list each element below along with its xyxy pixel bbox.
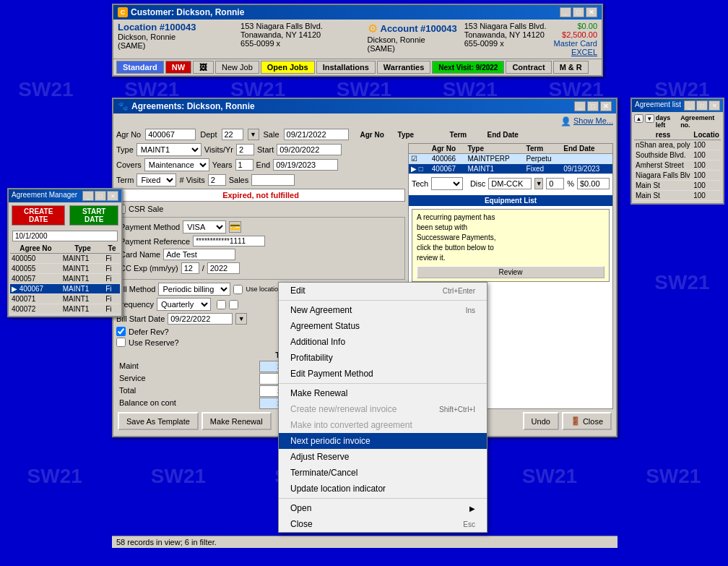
end-input[interactable] <box>273 159 338 171</box>
dept-dropdown[interactable]: ▼ <box>248 129 259 140</box>
bill-method-select[interactable]: Periodic billing <box>158 283 230 296</box>
disc-amt-input[interactable] <box>577 178 610 189</box>
detail-down[interactable]: ▼ <box>645 114 654 123</box>
mini-table-row[interactable]: 400071 MAINT1 Fi <box>10 294 120 304</box>
freq-check2[interactable] <box>229 300 238 309</box>
payment-method-select[interactable]: VISA <box>183 220 226 233</box>
context-profitability[interactable]: Profitability <box>279 350 487 366</box>
mini-table-row[interactable]: 400050 MAINT1 Fi <box>10 254 120 264</box>
context-next-periodic[interactable]: Next periodic invoice <box>279 433 487 449</box>
sale-input[interactable] <box>284 129 349 140</box>
payment-ref-input[interactable] <box>193 236 265 246</box>
detail-row[interactable]: Niagara Falls Blv100 <box>634 171 721 181</box>
covers-select[interactable]: Maintenance <box>144 158 209 171</box>
agr-mgr-close[interactable]: ✕ <box>107 191 118 201</box>
context-edit-payment[interactable]: Edit Payment Method <box>279 366 487 382</box>
create-date-button[interactable]: CREATE DATE <box>12 205 65 226</box>
payment-icon-button[interactable]: 💳 <box>229 221 241 233</box>
agr-table-row[interactable]: ☑ 400066 MAINTPERP Perpetu <box>409 154 612 164</box>
agr-term-400066: Perpetu <box>524 154 562 164</box>
context-open[interactable]: Open ▶ <box>279 500 487 516</box>
context-new-agreement[interactable]: New Agreement Ins <box>279 302 487 318</box>
right-agr-no-header: Agr No <box>360 131 396 139</box>
term-select[interactable]: Fixed <box>136 173 176 186</box>
cc-exp-year[interactable] <box>207 262 240 274</box>
mini-table-row[interactable]: 400072 MAINT1 Fi <box>10 304 120 314</box>
dept-input[interactable] <box>222 129 243 140</box>
type-select[interactable]: MAINT1 <box>136 143 202 156</box>
agr-table-row[interactable]: ▶ □ 400067 MAINT1 Fixed 09/19/2023 <box>409 164 612 174</box>
standard-button[interactable]: Standard <box>116 61 164 74</box>
contract-button[interactable]: Contract <box>506 61 551 74</box>
defer-rev-check[interactable] <box>116 327 126 336</box>
warranties-button[interactable]: Warranties <box>377 61 430 74</box>
agreements-titlebar: 🐾 Agreements: Dickson, Ronnie _ □ ✕ <box>113 99 616 113</box>
context-close[interactable]: Close Esc <box>279 516 487 532</box>
agr-mgr-minimize[interactable]: _ <box>82 191 94 201</box>
save-template-button[interactable]: Save As Template <box>118 412 199 430</box>
bill-start-dropdown[interactable]: ▼ <box>235 313 247 325</box>
recurring-review-button[interactable]: Review <box>417 266 604 278</box>
nw-button[interactable]: NW <box>165 61 191 74</box>
cc-exp-month[interactable] <box>181 262 199 274</box>
context-adjust-reserve[interactable]: Adjust Reserve <box>279 449 487 465</box>
detail-close[interactable]: ✕ <box>708 100 720 111</box>
agr-minimize-button[interactable]: _ <box>574 101 586 111</box>
mini-table-row[interactable]: 400057 MAINT1 Fi <box>10 274 120 284</box>
detail-row[interactable]: nShan area, poly100 <box>634 140 721 150</box>
start-date-button[interactable]: START DATE <box>69 205 118 226</box>
visits-yr-input[interactable] <box>236 144 254 155</box>
agr-manager-body: CREATE DATE START DATE Agree No Type Te … <box>9 202 121 316</box>
frequency-select[interactable]: Quarterly <box>157 298 211 311</box>
installations-button[interactable]: Installations <box>316 61 376 74</box>
detail-up[interactable]: ▲ <box>634 114 644 123</box>
mini-table-row[interactable]: 400055 MAINT1 Fi <box>10 264 120 274</box>
context-make-renewal[interactable]: Make Renewal <box>279 385 487 401</box>
context-update-location[interactable]: Update location indicator <box>279 481 487 497</box>
context-agreement-status[interactable]: Agreement Status <box>279 318 487 334</box>
visits-input[interactable] <box>208 174 226 186</box>
close-button[interactable]: ✕ <box>586 7 597 17</box>
close-agr-button[interactable]: 🚪 Close <box>562 412 612 430</box>
make-renewal-button[interactable]: Make Renewal <box>202 412 272 430</box>
minimize-button[interactable]: _ <box>560 7 571 17</box>
new-job-button[interactable]: New Job <box>215 61 259 74</box>
bill-method-check[interactable] <box>233 285 243 294</box>
detail-row[interactable]: Southside Blvd.100 <box>634 150 721 160</box>
open-jobs-button[interactable]: Open Jobs <box>261 61 315 74</box>
filter-date-input[interactable] <box>12 231 118 241</box>
use-reserve-check[interactable] <box>116 338 126 347</box>
bill-start-input[interactable] <box>168 313 233 325</box>
freq-check1[interactable] <box>217 300 226 309</box>
disc-pct-input[interactable] <box>546 178 564 189</box>
detail-row[interactable]: Amherst Street100 <box>634 160 721 171</box>
detail-row[interactable]: Main St100 <box>634 181 721 191</box>
context-edit[interactable]: Edit Ctrl+Enter <box>279 283 487 299</box>
agr-no-input[interactable] <box>145 129 196 140</box>
excel-link[interactable]: EXCEL <box>553 48 597 56</box>
right-type-header: Type <box>398 131 448 139</box>
start-input[interactable] <box>277 144 342 155</box>
detail-row[interactable]: Main St100 <box>634 191 721 201</box>
disc-input[interactable] <box>488 178 532 189</box>
context-additional-info[interactable]: Additional Info <box>279 334 487 350</box>
card-name-input[interactable] <box>163 249 235 260</box>
detail-maximize[interactable]: □ <box>696 100 708 111</box>
disc-dropdown[interactable]: ▼ <box>534 178 543 189</box>
tech-select[interactable] <box>431 177 463 190</box>
detail-titlebar: Agreement list _ □ ✕ <box>632 99 723 112</box>
agr-mgr-maximize[interactable]: □ <box>95 191 106 201</box>
agr-maximize-button[interactable]: □ <box>587 101 599 111</box>
detail-minimize[interactable]: _ <box>684 100 696 111</box>
mini-table-row[interactable]: ▶ 400067 MAINT1 Fi <box>10 284 120 294</box>
show-me-button[interactable]: Show Me... <box>573 116 613 127</box>
maximize-button[interactable]: □ <box>573 7 584 17</box>
mar-button[interactable]: M & R <box>553 61 589 74</box>
undo-button[interactable]: Undo <box>523 412 559 430</box>
context-terminate[interactable]: Terminate/Cancel <box>279 465 487 481</box>
icon-button[interactable]: 🖼 <box>193 61 214 74</box>
years-input[interactable] <box>235 159 254 171</box>
next-visit-button[interactable]: Next Visit: 9/2022 <box>432 61 504 74</box>
agr-close-button[interactable]: ✕ <box>600 101 612 111</box>
sales-input[interactable] <box>251 174 295 186</box>
